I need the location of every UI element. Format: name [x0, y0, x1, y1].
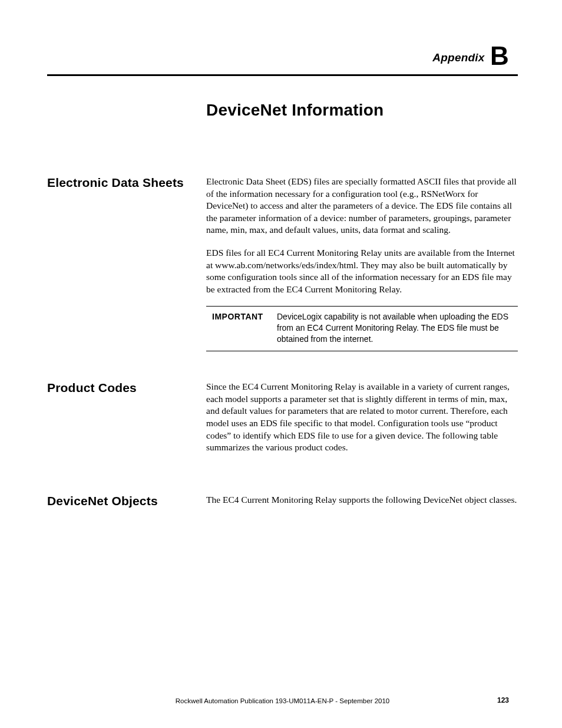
page: Appendix B DeviceNet Information Electro…: [0, 0, 562, 728]
header-rule: [47, 74, 518, 76]
devicenet-objects-paragraph-1: The EC4 Current Monitoring Relay support…: [206, 494, 518, 506]
product-codes-paragraph-1: Since the EC4 Current Monitoring Relay i…: [206, 381, 518, 454]
appendix-word: Appendix: [432, 51, 484, 64]
chapter-title: DeviceNet Information: [206, 101, 518, 120]
appendix-letter: B: [490, 41, 509, 70]
section-product-codes: Product Codes Since the EC4 Current Moni…: [47, 381, 518, 465]
eds-paragraph-1: Electronic Data Sheet (EDS) files are sp…: [206, 176, 518, 236]
footer-publication: Rockwell Automation Publication 193-UM01…: [176, 697, 390, 704]
section-heading-devicenet-objects: DeviceNet Objects: [47, 494, 206, 508]
section-body-devicenet-objects: The EC4 Current Monitoring Relay support…: [206, 494, 518, 517]
important-label: IMPORTANT: [206, 311, 277, 322]
appendix-header: Appendix B: [47, 41, 518, 71]
important-callout: IMPORTANT DeviceLogix capability is not …: [206, 306, 518, 351]
section-electronic-data-sheets: Electronic Data Sheets Electronic Data S…: [47, 176, 518, 351]
footer-page-number: 123: [497, 696, 509, 704]
important-text: DeviceLogix capability is not available …: [277, 311, 518, 345]
eds-paragraph-2: EDS files for all EC4 Current Monitoring…: [206, 247, 518, 295]
section-body-eds: Electronic Data Sheet (EDS) files are sp…: [206, 176, 518, 351]
page-footer: Rockwell Automation Publication 193-UM01…: [47, 697, 518, 704]
section-body-product-codes: Since the EC4 Current Monitoring Relay i…: [206, 381, 518, 465]
section-heading-eds: Electronic Data Sheets: [47, 176, 206, 190]
section-heading-product-codes: Product Codes: [47, 381, 206, 395]
section-devicenet-objects: DeviceNet Objects The EC4 Current Monito…: [47, 494, 518, 517]
